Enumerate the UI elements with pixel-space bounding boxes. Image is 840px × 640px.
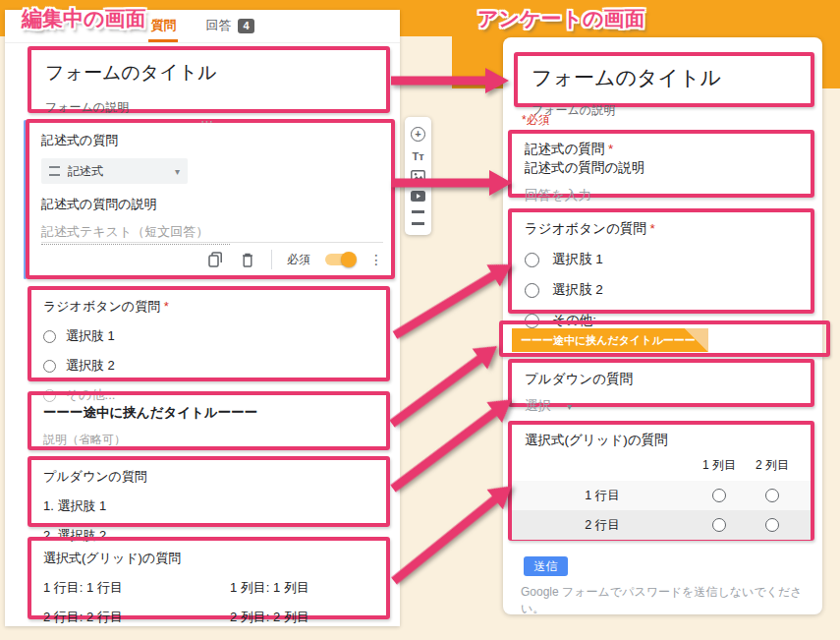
arrow-pulldown: [385, 389, 519, 498]
survey-radio-option-label: 選択肢 2: [552, 281, 603, 299]
grid-row-label[interactable]: 1 行目: 1 行目: [43, 579, 230, 597]
add-question-icon[interactable]: +: [411, 127, 425, 142]
question-description-input[interactable]: 記述式の質問の説明: [41, 196, 379, 213]
grid-row-header: 1 行目: [512, 488, 693, 504]
grid-definition-row: 1 行目: 1 行目 1 列目: 1 列目: [43, 579, 374, 597]
survey-panel: フォームのタイトル フォームの説明 *必須 記述式の質問 * 記述式の質問の説明…: [503, 37, 822, 614]
radio-button-icon[interactable]: [712, 489, 726, 502]
grid-column-header: 2 列目: [746, 457, 799, 474]
required-label: 必須: [287, 252, 310, 268]
question-type-dropdown[interactable]: 記述式 ▾: [41, 158, 188, 184]
pulldown-option[interactable]: 1. 選択肢 1: [43, 497, 374, 515]
duplicate-icon[interactable]: [206, 251, 224, 268]
grid-column-label[interactable]: 1 列目: 1 列目: [230, 579, 309, 597]
radio-question-title[interactable]: ラジオボタンの質問 *: [43, 298, 374, 316]
annotation-box-grid-question: 選択式(グリッド)の質問 1 行目: 1 行目 1 列目: 1 列目 2 行目:…: [28, 537, 390, 619]
chevron-down-icon: ▾: [567, 401, 572, 412]
add-image-icon[interactable]: [411, 170, 425, 182]
annotation-box-section-title: ーーー途中に挟んだタイトルーーー 説明（省略可）: [28, 391, 390, 450]
survey-pulldown-title: プルダウンの質問: [525, 370, 798, 388]
annotation-box-survey-radio-question: ラジオボタンの質問 * 選択肢 1 選択肢 2 その他:: [508, 208, 814, 314]
survey-text-question-title-text: 記述式の質問: [525, 142, 604, 156]
pulldown-select[interactable]: 選択 ▾: [525, 397, 613, 415]
survey-text-question-title: 記述式の質問 * 記述式の質問の説明: [525, 140, 798, 177]
required-note: *必須: [522, 112, 550, 129]
section-description-input[interactable]: 説明（省略可）: [43, 432, 374, 448]
annotation-box-survey-text-question: 記述式の質問 * 記述式の質問の説明 回答を入力: [508, 130, 814, 198]
card-divider: [41, 242, 383, 243]
insert-toolbar: + Tт: [405, 117, 431, 235]
radio-question-title-text: ラジオボタンの質問: [43, 299, 160, 314]
required-asterisk: *: [164, 299, 169, 314]
grid-row: 1 行目: [512, 481, 811, 510]
survey-radio-option[interactable]: 選択肢 1: [525, 251, 798, 268]
grid-row-header: 2 行目: [512, 517, 693, 534]
chevron-down-icon: ▾: [175, 166, 180, 177]
footer-note: Google フォームでパスワードを送信しないでください。: [521, 584, 822, 617]
submit-button[interactable]: 送信: [524, 556, 568, 576]
section-banner-title: ーーー途中に挟んだタイトルーーー: [512, 328, 708, 352]
add-section-icon[interactable]: [412, 210, 424, 225]
radio-icon: [43, 330, 56, 343]
annotation-box-survey-pulldown: プルダウンの質問 選択 ▾: [508, 359, 814, 407]
grid-header-row: 1 列目 2 列目: [512, 457, 811, 474]
grid-column-label[interactable]: 2 列目: 2 列目: [230, 609, 309, 626]
radio-button-icon[interactable]: [712, 518, 726, 532]
grid-row: 2 行目: [512, 510, 811, 540]
tab-questions[interactable]: 質問: [148, 17, 178, 42]
question-title-input[interactable]: 記述式の質問: [41, 132, 379, 149]
section-banner: ーーー途中に挟んだタイトルーーー: [512, 328, 708, 352]
arrow-section-banner: [384, 336, 504, 435]
editor-panel: 質問 回答 4 フォームのタイトル フォームの説明 ⋯ 記述式の質問 記述式 ▾…: [5, 10, 400, 626]
annotation-box-section-banner: ーーー途中に挟んだタイトルーーー: [499, 320, 830, 357]
grid-cell: [746, 489, 799, 502]
annotation-box-survey-grid: 選択式(グリッド)の質問 1 列目 2 列目 1 行目 2 行目: [508, 421, 814, 541]
radio-icon: [43, 360, 56, 373]
radio-button-icon[interactable]: [765, 518, 779, 532]
add-title-icon[interactable]: Tт: [412, 150, 423, 162]
answer-input[interactable]: 回答を入力: [525, 187, 798, 204]
add-video-icon[interactable]: [411, 191, 425, 202]
grid-question-title[interactable]: 選択式(グリッド)の質問: [43, 550, 374, 567]
required-toggle[interactable]: [325, 254, 355, 265]
survey-text-question-description: 記述式の質問の説明: [525, 160, 644, 175]
grid-column-header: 1 列目: [693, 457, 746, 474]
screenshot-canvas: 質問 回答 4 フォームのタイトル フォームの説明 ⋯ 記述式の質問 記述式 ▾…: [0, 0, 840, 640]
survey-radio-question-title: ラジオボタンの質問 *: [525, 219, 798, 238]
annotation-box-pulldown-question: プルダウンの質問 1. 選択肢 1 2. 選択肢 2: [28, 456, 390, 527]
question-card-toolbar: 必須 ⋮: [206, 250, 383, 269]
tab-answers[interactable]: 回答 4: [203, 17, 255, 42]
tab-answers-label: 回答: [205, 17, 231, 34]
delete-icon[interactable]: [239, 251, 256, 268]
grid-cell: [746, 518, 799, 532]
survey-form-title: フォームのタイトル: [532, 64, 797, 91]
grid-cell: [693, 518, 746, 532]
radio-button-icon[interactable]: [765, 489, 779, 502]
annotation-box-text-question: 記述式の質問 記述式 ▾ 記述式の質問の説明 記述式テキスト（短文回答） 必須 …: [26, 119, 395, 279]
radio-option-label[interactable]: 選択肢 1: [66, 327, 115, 345]
radio-button-icon[interactable]: [525, 253, 539, 267]
required-asterisk: *: [649, 221, 654, 236]
arrow-grid: [386, 476, 520, 591]
form-title-input[interactable]: フォームのタイトル: [45, 60, 372, 86]
survey-grid-title: 選択式(グリッド)の質問: [512, 432, 811, 449]
pulldown-value: 選択: [525, 397, 551, 415]
drag-handle-icon[interactable]: ⋯: [200, 114, 214, 129]
annotation-box-radio-question: ラジオボタンの質問 * 選択肢 1 選択肢 2 その他...: [28, 286, 390, 381]
grid-row-label[interactable]: 2 行目: 2 行目: [43, 609, 230, 626]
survey-form-description: フォームの説明: [532, 102, 797, 119]
toggle-knob: [341, 252, 357, 267]
section-title-input[interactable]: ーーー途中に挟んだタイトルーーー: [43, 404, 374, 422]
pulldown-question-title[interactable]: プルダウンの質問: [43, 468, 374, 486]
label-survey-screen: アンケートの画面: [477, 5, 644, 32]
grid-definition-row: 2 行目: 2 行目 2 列目: 2 列目: [43, 609, 374, 626]
survey-radio-question-title-text: ラジオボタンの質問: [525, 221, 646, 236]
short-answer-icon: [49, 166, 60, 176]
annotation-box-form-title: フォームのタイトル フォームの説明: [28, 46, 390, 113]
survey-radio-option[interactable]: 選択肢 2: [525, 281, 798, 299]
label-editing-screen: 編集中の画面: [22, 5, 146, 32]
radio-option-label[interactable]: 選択肢 2: [66, 357, 115, 375]
radio-button-icon[interactable]: [525, 283, 539, 298]
radio-option-row: 選択肢 2: [43, 357, 374, 375]
more-options-icon[interactable]: ⋮: [369, 252, 383, 267]
